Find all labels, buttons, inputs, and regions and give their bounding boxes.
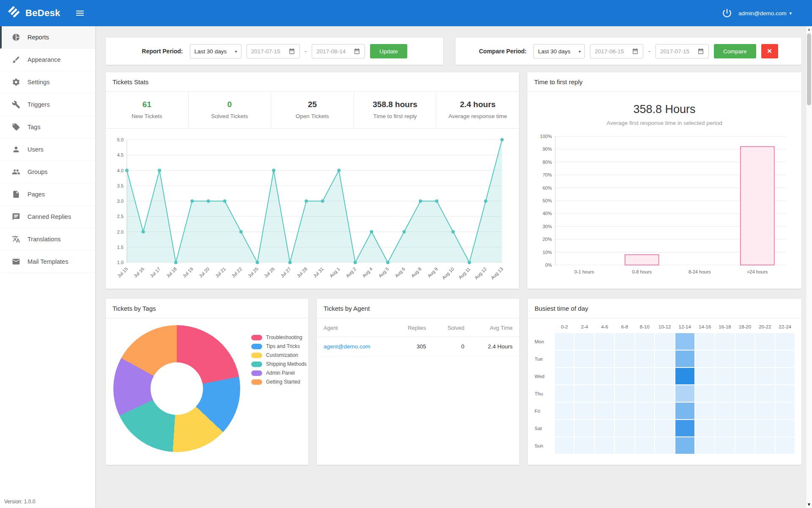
heatmap-cell [776, 368, 795, 384]
svg-text:Aug 5: Aug 5 [378, 266, 390, 279]
heatmap-cell [635, 403, 654, 419]
agent-table: AgentRepliesSolvedAvg Time agent@demo.co… [317, 319, 519, 356]
heatmap-cell [735, 333, 754, 350]
stat-value: 61 [108, 100, 186, 109]
svg-text:Jul 28: Jul 28 [296, 266, 308, 279]
heatmap-cell [715, 368, 734, 384]
heatmap-cell [615, 420, 634, 436]
date-separator: - [305, 48, 307, 55]
sidebar-item-groups[interactable]: Groups [0, 161, 95, 183]
svg-text:Aug 11: Aug 11 [458, 266, 472, 280]
heatmap-day-label: Mon [535, 333, 554, 350]
compare-to-date-input[interactable]: 2017-07-15 [656, 44, 709, 58]
svg-text:Jul 15: Jul 15 [116, 266, 129, 279]
heatmap-cell [615, 333, 634, 350]
svg-text:Aug 6: Aug 6 [394, 266, 406, 279]
heatmap-cell [575, 403, 594, 419]
svg-text:Jul 27: Jul 27 [280, 266, 292, 279]
svg-text:2.0: 2.0 [117, 229, 123, 235]
compare-from-date-input[interactable]: 2017-06-15 [590, 44, 643, 58]
close-compare-button[interactable]: ✕ [761, 44, 778, 58]
sidebar-item-settings[interactable]: Settings [0, 71, 95, 94]
heatmap-cell [655, 403, 674, 419]
heatmap-hour-label: 12-14 [675, 324, 694, 332]
bottom-row: Tickets by Tags Troubleshooting Tips and… [106, 299, 801, 465]
wrench-icon [12, 100, 20, 109]
heatmap-cell [675, 420, 694, 436]
heatmap-hour-label: 16-18 [715, 324, 734, 332]
svg-text:80%: 80% [543, 160, 552, 165]
sidebar-item-tags[interactable]: Tags [0, 116, 95, 138]
heatmap-cell [655, 385, 674, 402]
scroll-up-icon[interactable]: ▲ [806, 28, 812, 31]
heatmap-cell [695, 403, 714, 419]
sidebar-item-label: Mail Templates [27, 258, 68, 265]
heatmap-corner [535, 324, 554, 332]
update-button[interactable]: Update [370, 44, 407, 58]
scroll-down-icon[interactable]: ▼ [806, 502, 812, 507]
svg-text:1.5: 1.5 [117, 245, 123, 250]
sidebar-item-appearance[interactable]: Appearance [0, 49, 95, 71]
heatmap-cell [575, 437, 594, 454]
heatmap-cell [675, 437, 694, 454]
sidebar-item-label: Appearance [27, 56, 60, 63]
page-icon [12, 190, 20, 199]
column-header-agent: Agent [317, 319, 393, 337]
svg-text:60%: 60% [543, 185, 552, 190]
heatmap-cell [735, 420, 754, 436]
report-from-date-input[interactable]: 2017-07-15 [247, 44, 300, 58]
legend-label: Troubleshooting [266, 334, 302, 340]
column-header-avg-time: Avg Time [471, 319, 519, 337]
sidebar-item-triggers[interactable]: Triggers [0, 94, 95, 116]
svg-text:Jul 22: Jul 22 [230, 266, 243, 279]
first-reply-headline: 358.8 Hours [633, 103, 695, 116]
translate-icon [12, 235, 20, 243]
sidebar-item-mail-templates[interactable]: Mail Templates [0, 251, 95, 273]
stat-label: Open Tickets [274, 113, 351, 119]
sidebar-item-pages[interactable]: Pages [0, 183, 95, 206]
heatmap-cell [555, 403, 574, 419]
report-to-date-input[interactable]: 2017-08-14 [312, 44, 365, 58]
scrollbar-thumb[interactable] [807, 33, 811, 105]
agent-email-link[interactable]: agent@demo.com [324, 343, 370, 350]
compare-period-select[interactable]: Last 30 days ▾ [533, 44, 585, 58]
sidebar-item-users[interactable]: Users [0, 138, 95, 161]
compare-button[interactable]: Compare [714, 44, 756, 58]
heatmap-cell [695, 437, 714, 454]
svg-text:Jul 25: Jul 25 [247, 266, 259, 279]
agent-cell: agent@demo.com [317, 337, 393, 356]
heatmap-cell [755, 420, 774, 436]
svg-text:30%: 30% [543, 224, 552, 229]
sidebar-item-reports[interactable]: Reports [0, 26, 95, 49]
stat-value: 0 [191, 100, 269, 109]
donut-wrap: Troubleshooting Tips and Tricks Customiz… [106, 318, 308, 452]
sidebar-item-translations[interactable]: Translations [0, 228, 95, 251]
user-menu[interactable]: admin@demo.com ▾ [738, 10, 792, 17]
logout-power-icon[interactable] [721, 8, 732, 19]
first-reply-bar-chart: 0%10%20%30%40%50%60%70%80%90%100%0-1 hou… [533, 132, 796, 280]
legend-label: Customization [266, 352, 298, 358]
heatmap-cell [735, 368, 754, 384]
heatmap-cell [655, 437, 674, 454]
heatmap-day-label: Sat [535, 420, 554, 436]
menu-toggle-button[interactable] [75, 8, 85, 18]
report-period-select[interactable]: Last 30 days ▾ [190, 44, 241, 58]
svg-text:5.0: 5.0 [117, 137, 123, 142]
heatmap-cell [555, 420, 574, 436]
heatmap-cell [575, 368, 594, 384]
report-to-date-value: 2017-08-14 [316, 48, 346, 55]
sidebar-item-canned-replies[interactable]: Canned Replies [0, 206, 95, 228]
user-icon [12, 145, 20, 154]
svg-text:3.0: 3.0 [117, 199, 123, 204]
svg-text:0%: 0% [545, 262, 552, 268]
topbar: BeDesk admin@demo.com ▾ [0, 0, 812, 26]
heatmap-cell [755, 351, 774, 367]
heatmap-cell [655, 351, 674, 367]
scrollbar[interactable]: ▲ ▼ [806, 26, 812, 508]
bedesk-logo-icon [8, 6, 21, 21]
svg-text:Jul 31: Jul 31 [312, 266, 324, 279]
heatmap-cell [555, 437, 574, 454]
svg-text:2.5: 2.5 [117, 214, 123, 219]
tickets-stats-title: Tickets Stats [106, 72, 519, 92]
gear-icon [12, 78, 20, 86]
